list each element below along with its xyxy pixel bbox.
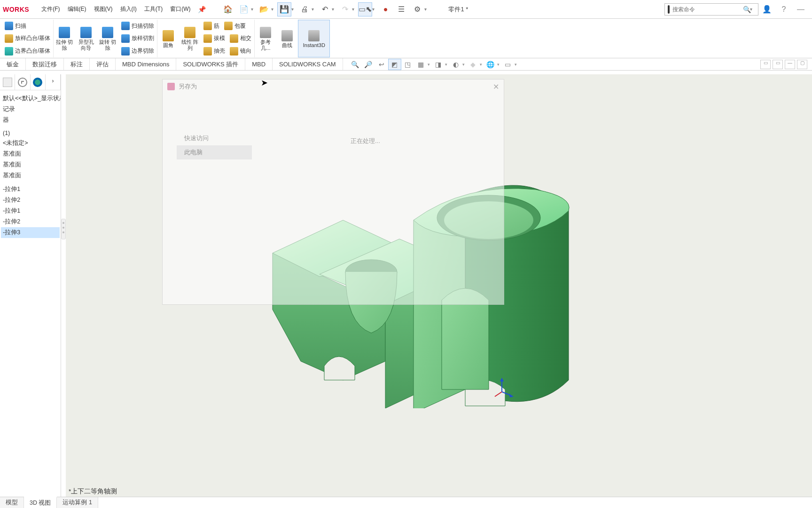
tool-sweep-cut[interactable]: 扫描切除 — [121, 20, 154, 32]
tree-node[interactable]: 记录 — [1, 104, 60, 115]
search-dropdown[interactable]: ▾ — [750, 7, 752, 12]
appearance-icon[interactable]: 🌐 — [484, 59, 497, 70]
tool-fillet[interactable]: 圆角 — [157, 20, 179, 57]
print-icon[interactable]: 🖨 — [297, 2, 312, 16]
settings-dropdown[interactable]: ▾ — [424, 7, 427, 12]
scene-icon[interactable]: ◆ — [467, 59, 480, 70]
tree-node-selected[interactable]: -拉伸3 — [1, 227, 60, 238]
select-dropdown[interactable]: ▾ — [372, 7, 375, 12]
bottom-tab-model[interactable]: 模型 — [0, 497, 24, 508]
settings-icon[interactable]: ⚙ — [410, 2, 424, 16]
tool-rib[interactable]: 筋 包覆 — [203, 20, 251, 32]
tab-mbddim[interactable]: MBD Dimensions — [116, 58, 176, 70]
tool-shell[interactable]: 抽壳 镜向 — [203, 45, 251, 57]
menu-file[interactable]: 文件(F) — [41, 5, 60, 13]
dialog-close-icon[interactable]: ✕ — [493, 82, 499, 91]
minimize-icon[interactable]: — — [794, 5, 807, 14]
bottom-tab-3dview[interactable]: 3D 视图 — [24, 497, 57, 508]
tree-node[interactable]: -拉伸1 — [1, 184, 60, 195]
tool-hole-wizard[interactable]: 异型孔 向导 — [75, 20, 97, 57]
tool-loft[interactable]: 放样凸台/基体 — [5, 32, 50, 45]
tool-curve[interactable]: 曲线 — [276, 20, 298, 57]
tool-sweep[interactable]: 扫描 — [5, 20, 50, 32]
pane-tab-config[interactable] — [31, 74, 46, 90]
pane-tab-feature-tree[interactable] — [0, 74, 15, 90]
section-view-icon[interactable]: ◩ — [388, 59, 401, 70]
tree-node[interactable]: 基准面 — [1, 159, 60, 170]
appearance-dropdown[interactable]: ▾ — [497, 62, 500, 67]
tab-annotation[interactable]: 标注 — [64, 58, 90, 70]
tab-swcam[interactable]: SOLIDWORKS CAM — [273, 58, 343, 70]
tree-node[interactable]: -拉伸2 — [1, 216, 60, 227]
undo-dropdown[interactable]: ▾ — [332, 7, 334, 12]
tab-evaluate[interactable]: 评估 — [90, 58, 116, 70]
display-style-icon[interactable]: ▦ — [414, 59, 428, 70]
tool-boundary[interactable]: 边界凸台/基体 — [5, 45, 50, 57]
tab-mbd[interactable]: MBD — [245, 58, 273, 70]
undo-icon[interactable]: ↶ — [318, 2, 332, 16]
menu-tools[interactable]: 工具(T) — [144, 5, 163, 13]
screen-icon[interactable]: ▭ — [501, 59, 515, 70]
search-box[interactable]: 🔍 ▾ — [664, 3, 758, 16]
win-btn-2[interactable]: ▭ — [773, 60, 783, 69]
tree-node[interactable]: 基准面 — [1, 170, 60, 181]
dialog-titlebar[interactable]: 另存为 ✕ — [163, 79, 504, 94]
tab-sheetmetal[interactable]: 钣金 — [0, 58, 26, 70]
save-as-dialog[interactable]: 另存为 ✕ 快速访问 此电脑 正在处理... — [162, 79, 504, 305]
menu-view[interactable]: 视图(V) — [94, 5, 113, 13]
tool-loft-cut[interactable]: 放样切割 — [121, 32, 154, 45]
scene-dropdown[interactable]: ▾ — [480, 62, 482, 67]
redo-dropdown[interactable]: ▾ — [352, 7, 354, 12]
tool-instant3d[interactable]: Instant3D — [298, 20, 330, 57]
menu-window[interactable]: 窗口(W) — [170, 5, 190, 13]
help-icon[interactable]: ? — [777, 5, 790, 14]
tool-revolve-cut[interactable]: 旋转 切除 — [97, 20, 118, 57]
tool-linear-pattern[interactable]: 线性 阵列 — [179, 20, 201, 57]
win-max-icon[interactable]: ▢ — [797, 60, 807, 69]
select-icon[interactable]: ▭⬉ — [358, 2, 372, 16]
menu-edit[interactable]: 编辑(E) — [68, 5, 86, 13]
win-btn-1[interactable]: ▭ — [760, 60, 771, 69]
open-dropdown[interactable]: ▾ — [271, 7, 273, 12]
print-dropdown[interactable]: ▾ — [312, 7, 314, 12]
tool-extrude-cut[interactable]: 拉伸 切除 — [54, 20, 75, 57]
hide-show-dropdown[interactable]: ▾ — [445, 62, 447, 67]
hide-show-icon[interactable]: ◨ — [432, 59, 445, 70]
zoom-area-icon[interactable]: 🔎 — [362, 59, 375, 70]
dyn-view-icon[interactable]: ◳ — [401, 59, 414, 70]
save-icon[interactable]: 💾 — [277, 2, 291, 16]
tree-node[interactable]: 基准面 — [1, 149, 60, 159]
win-min-icon[interactable]: — — [785, 60, 795, 69]
tool-draft[interactable]: 拔模 相交 — [203, 32, 251, 45]
tool-boundary-cut[interactable]: 边界切除 — [121, 45, 154, 57]
zoom-fit-icon[interactable]: 🔍 — [349, 59, 362, 70]
tab-datamigration[interactable]: 数据迁移 — [26, 58, 64, 70]
tree-node[interactable]: 器 — [1, 115, 60, 126]
new-icon[interactable]: 📄 — [237, 2, 251, 16]
new-dropdown[interactable]: ▾ — [251, 7, 253, 12]
shadow-dropdown[interactable]: ▾ — [462, 62, 465, 67]
tab-swaddins[interactable]: SOLIDWORKS 插件 — [176, 58, 245, 70]
orientation-triad[interactable] — [495, 378, 514, 398]
home-icon[interactable]: 🏠 — [221, 2, 235, 16]
prev-view-icon[interactable]: ↩ — [375, 59, 388, 70]
pin-icon[interactable]: 📌 — [198, 6, 206, 13]
open-icon[interactable]: 📂 — [257, 2, 271, 16]
display-style-dropdown[interactable]: ▾ — [428, 62, 430, 67]
menu-insert[interactable]: 插入(I) — [120, 5, 137, 13]
search-run-icon[interactable] — [668, 5, 670, 14]
tool-ref-geometry[interactable]: 参考 几... — [255, 20, 276, 57]
dialog-nav-thispc[interactable]: 此电脑 — [177, 145, 252, 159]
tree-node[interactable]: (1) — [1, 128, 60, 138]
dialog-nav-quickaccess[interactable]: 快速访问 — [177, 131, 252, 145]
search-input[interactable] — [672, 6, 743, 13]
screen-dropdown[interactable]: ▾ — [515, 62, 517, 67]
save-dropdown[interactable]: ▾ — [291, 7, 294, 12]
tree-node[interactable]: 默认<<默认>_显示状态 — [1, 93, 60, 104]
shadow-icon[interactable]: ◐ — [449, 59, 462, 70]
rebuild-icon[interactable]: ● — [378, 2, 392, 16]
tree-node[interactable]: -拉伸1 — [1, 206, 60, 216]
redo-icon[interactable]: ↷ — [338, 2, 352, 16]
options-icon[interactable]: ☰ — [394, 2, 408, 16]
pane-splitter[interactable] — [61, 219, 66, 239]
